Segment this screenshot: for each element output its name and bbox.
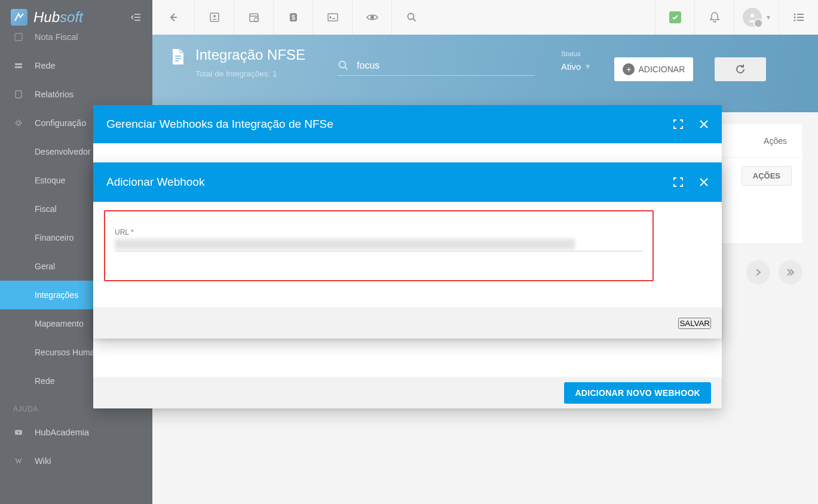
url-field-label: URL * xyxy=(115,228,643,236)
close-icon[interactable] xyxy=(699,177,709,187)
modal-add-title: Adicionar Webhook xyxy=(106,176,673,189)
add-new-webhook-button[interactable]: ADICIONAR NOVO WEBHOOK xyxy=(564,382,711,404)
url-value-redacted xyxy=(115,239,575,250)
modal-manage-header: Gerenciar Webhooks da Integração de NFSe xyxy=(93,105,722,143)
modal-add-footer: SALVAR xyxy=(93,308,722,339)
modal-manage-title: Gerenciar Webhooks da Integração de NFSe xyxy=(106,118,673,131)
close-icon[interactable] xyxy=(699,119,709,129)
modal-add-body: URL * xyxy=(93,202,722,308)
highlighted-form-area: URL * xyxy=(104,210,654,281)
modal-manage-footer: ADICIONAR NOVO WEBHOOK xyxy=(93,377,722,408)
url-field[interactable] xyxy=(115,239,643,251)
fullscreen-icon[interactable] xyxy=(673,119,684,130)
save-button[interactable]: SALVAR xyxy=(678,318,711,329)
modal-add-header: Adicionar Webhook xyxy=(93,162,722,202)
modal-add-webhook: Adicionar Webhook URL * SALVAR xyxy=(93,162,722,339)
fullscreen-icon[interactable] xyxy=(673,177,684,188)
